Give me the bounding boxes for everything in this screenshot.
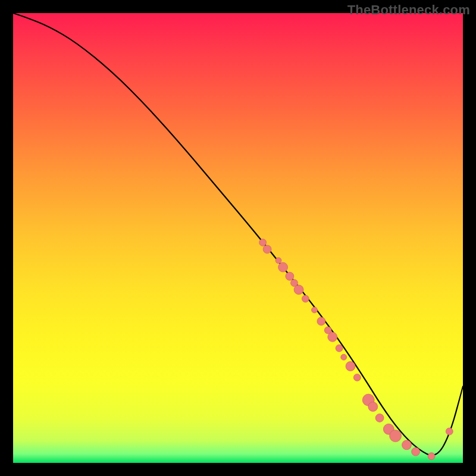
data-point xyxy=(346,362,355,371)
data-point xyxy=(368,402,378,412)
data-point xyxy=(341,354,347,360)
data-point xyxy=(446,428,453,435)
data-point xyxy=(428,453,435,460)
data-point xyxy=(390,430,402,442)
data-point xyxy=(412,447,420,456)
data-point xyxy=(336,345,343,352)
data-points xyxy=(259,239,453,460)
data-point xyxy=(278,262,288,272)
bottleneck-curve xyxy=(13,13,463,455)
data-point xyxy=(259,239,267,246)
data-point xyxy=(353,374,361,381)
chart-svg xyxy=(13,13,463,463)
data-point xyxy=(294,285,303,295)
data-point xyxy=(375,414,384,422)
data-point xyxy=(263,245,271,253)
data-point xyxy=(317,317,325,325)
data-point xyxy=(312,307,318,313)
data-point xyxy=(275,258,281,264)
data-point xyxy=(402,440,412,450)
data-point xyxy=(328,332,337,342)
data-point xyxy=(286,272,294,280)
data-point xyxy=(302,295,309,302)
chart-frame xyxy=(13,13,463,463)
watermark-text: TheBottleneck.com xyxy=(347,2,470,18)
